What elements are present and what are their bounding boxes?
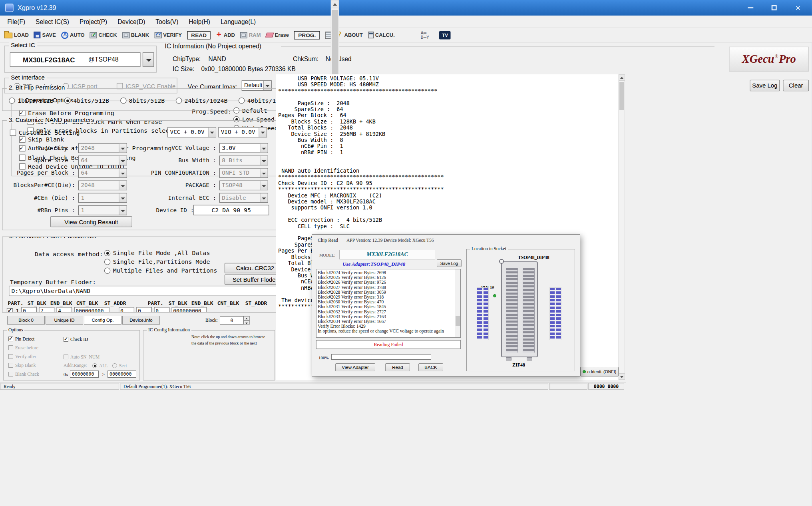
tab[interactable]: Block 0 [7,316,45,325]
nand-param-select[interactable]: 64 [78,155,127,165]
spin-up-icon[interactable] [244,316,250,321]
back-button[interactable]: BACK [418,363,443,371]
nand-param-row: PIN CONFIGURATION : ONFI STD [130,166,268,179]
scroll-up-icon[interactable] [331,0,338,8]
option-checkbox[interactable]: Erase before [8,343,39,352]
device-id-input[interactable] [193,205,269,215]
tv-button[interactable]: TV [439,31,451,39]
option-checkbox[interactable]: Verify after [8,352,39,361]
tab[interactable]: Unique ID [46,316,83,325]
minimize-button[interactable] [744,3,756,12]
addr-sect-radio[interactable]: Sect [112,362,127,369]
scrollbar-thumb[interactable] [619,82,624,110]
option-checkbox[interactable]: Skip Blank [8,361,39,370]
customize-setting-checkbox[interactable]: Customize Setting [10,128,80,137]
nand-param-select[interactable]: Disable [219,193,268,203]
load-button[interactable]: LOAD [4,32,28,38]
nand-param-select[interactable]: 2048 [78,180,127,190]
menu-item[interactable]: Project(P) [74,15,112,28]
ic-selector[interactable]: MX30LF2G18AC @TSOP48 [10,52,141,67]
nand-param-select[interactable]: TSOP48 [219,180,268,190]
chevron-down-icon [260,168,267,177]
nand-param-select[interactable]: ONFI STD [219,168,268,178]
log-scrollbar[interactable] [619,74,625,380]
read-button[interactable]: Read [385,363,410,371]
vio-offset-select[interactable]: VIO + 0.0V [218,127,267,137]
erase-button[interactable]: Erase [266,32,289,38]
dialog-save-log-button[interactable]: Save Log [437,259,462,267]
bitflip-radio[interactable]: 1bits/512B [9,96,54,105]
nand-param-select[interactable]: 3.0V [219,143,268,153]
view-config-button[interactable]: View Config Resault [50,216,132,227]
prog-button[interactable]: PROG. [294,31,320,39]
part-st-blk-input[interactable] [21,307,37,313]
tab[interactable]: Config Op. [84,316,121,325]
part2-st-blk-input[interactable] [119,307,134,313]
list-scrollbar[interactable] [455,269,460,337]
check-id-checkbox[interactable]: Check ID [64,336,88,343]
logic-converter-button[interactable] [400,31,434,39]
scroll-down-icon[interactable] [619,373,625,379]
scrollbar-thumb[interactable] [456,316,460,326]
data-access-radio[interactable]: Single File Mode ,All Datas [104,249,217,257]
menu-item[interactable]: Tools(V) [150,15,183,28]
verify-button[interactable]: VERIFY [154,32,182,38]
block-input[interactable] [220,316,244,325]
add-button[interactable]: ADD [216,32,235,38]
checkbox-icon [8,363,13,368]
buffer-path-input[interactable] [9,286,287,296]
bitflip-radio[interactable]: 8bits/512B [120,96,165,105]
tab[interactable]: Device.Info [122,316,160,325]
toolbar: LOAD SAVE AUTO CHECK BLANK VERIFY READ A… [0,28,812,42]
part2-cnt-blk-input[interactable] [154,307,169,313]
nand-param-select[interactable]: 2048 [78,143,127,153]
ic-selector-dropdown-button[interactable] [143,52,154,67]
nand-param-select[interactable]: 64 [78,168,127,178]
menu-item[interactable]: Device(D) [112,15,150,28]
chevron-down-icon [260,143,267,152]
part2-end-blk-input[interactable] [136,307,152,313]
clear-button[interactable]: Clear [783,80,809,92]
nand-param-select[interactable]: 1 [78,205,127,215]
partition-enable-checkbox[interactable]: 1 [7,307,19,313]
menu-item[interactable]: Help(H) [183,15,215,28]
check-button[interactable]: CHECK [90,32,117,38]
part-cnt-blk-input[interactable] [56,307,72,313]
data-access-radio[interactable]: Single File,Partitions Mode [104,257,217,266]
menu-item[interactable]: File(F) [2,15,30,28]
close-button[interactable] [792,3,804,12]
addr-to-input[interactable] [107,371,136,378]
bitflip-radio[interactable]: 24bits/1024B [176,96,228,105]
calcu-button[interactable]: CALCU. [368,32,395,38]
socket-tool-button[interactable] [325,31,332,38]
data-access-radio[interactable]: Multiple Files and Partitions [104,266,217,275]
chevron-down-icon [119,193,126,202]
part-end-blk-input[interactable] [39,307,54,313]
nand-param-select[interactable]: 1 [78,193,127,203]
auto-button[interactable]: AUTO [61,31,85,38]
nand-param-select[interactable]: 8 Bits [219,155,268,165]
part2-st-addr-input[interactable] [171,307,207,313]
blank-button[interactable]: BLANK [122,32,149,38]
maximize-button[interactable] [768,3,780,12]
menu-item[interactable]: Language(L) [215,15,261,28]
save-button[interactable]: SAVE [34,32,56,38]
spin-down-icon[interactable] [244,321,250,325]
ram-button[interactable]: RAM [240,32,261,38]
error-list[interactable]: Block#2024 Verify error Bytes: 2698Block… [316,269,461,338]
scroll-up-icon[interactable] [619,75,625,81]
addr-all-radio[interactable]: ALL [92,362,108,369]
option-checkbox[interactable]: Pin Detect [8,335,39,343]
identi-onfi-button[interactable]: o Identi. (ONFI) [580,367,619,377]
addr-from-input[interactable] [70,371,99,378]
about-button[interactable]: ABOUT [336,32,363,38]
vcc-offset-select[interactable]: VCC + 0.0V [167,127,216,137]
save-log-button[interactable]: Save Log [750,80,780,92]
menu-item[interactable]: Select IC(S) [30,15,74,28]
option-checkbox[interactable]: Blank Check [8,370,39,379]
part-st-addr-input[interactable] [74,307,109,313]
read-toolbar-button[interactable]: READ [187,31,211,39]
bitflip-radio[interactable]: 4bits/512B [64,96,109,105]
auto-sn-checkbox[interactable]: Auto SN_NUM [64,353,100,360]
view-adapter-button[interactable]: View Adapter [335,363,375,371]
